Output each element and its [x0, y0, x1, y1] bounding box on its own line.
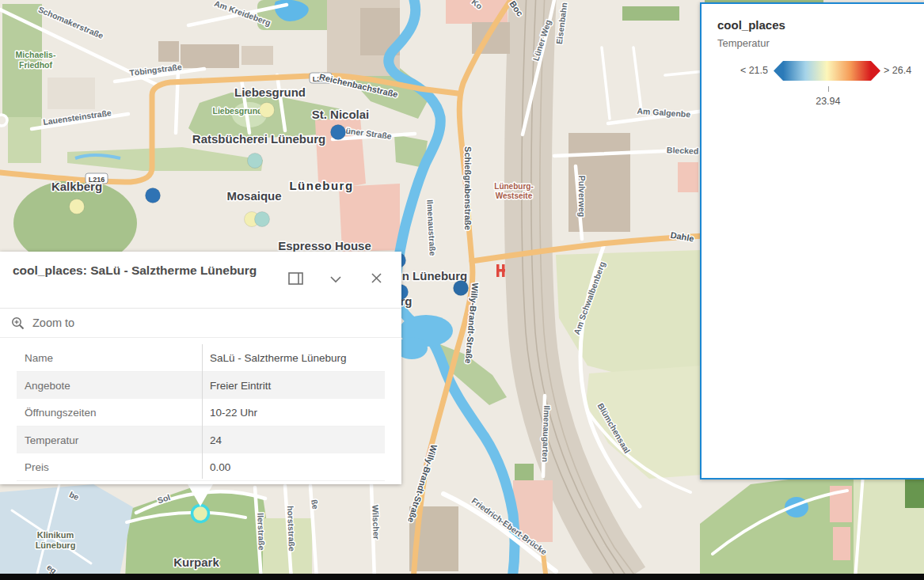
field-row: Preis0.00	[17, 453, 385, 481]
field-value: SaLü - Salztherme Lüneburg	[202, 352, 385, 364]
popup-title: cool_places: SaLü - Salztherme Lüneburg	[13, 262, 274, 279]
map-label: Friedhof	[19, 60, 52, 70]
ramp-max-label: > 26.4	[884, 65, 911, 76]
temperature-point[interactable]	[454, 281, 469, 296]
map-label: Michaelis-	[16, 50, 56, 59]
current-value-tick	[828, 86, 829, 92]
map-label: Pulverweg	[577, 176, 587, 218]
map-label: Espresso House	[278, 239, 371, 252]
map-label: Mosaique	[226, 189, 281, 203]
current-value-label: 23.94	[816, 96, 840, 107]
popup-callout-arrow	[188, 484, 213, 506]
map-label: Lüneburg	[36, 540, 76, 550]
map-label: Kurpark	[173, 555, 219, 569]
dock-icon	[288, 272, 303, 285]
field-label: Name	[17, 352, 202, 364]
map-label: Schießgrabenstraße	[463, 146, 473, 230]
close-popup-button[interactable]	[371, 272, 389, 286]
map-label: Blecked	[667, 145, 699, 155]
temperature-point[interactable]	[146, 188, 161, 203]
map-label: Klinikum	[37, 530, 74, 540]
temperature-point[interactable]	[255, 212, 270, 227]
temperature-point[interactable]	[331, 125, 346, 140]
screen-edge-bar	[0, 574, 924, 580]
field-value: 24	[202, 434, 385, 446]
field-label: Preis	[17, 461, 202, 473]
field-row: AngeboteFreier Eintritt	[17, 372, 385, 399]
feature-popup: cool_places: SaLü - Salztherme Lüneburg	[0, 252, 401, 484]
temperature-color-ramp	[774, 61, 880, 81]
table-column-divider	[202, 344, 203, 479]
collapse-popup-button[interactable]	[330, 272, 348, 286]
map-label: Wilscher	[371, 505, 382, 540]
chevron-down-icon	[330, 275, 341, 283]
selected-temperature-point[interactable]	[192, 506, 209, 522]
dock-popup-button[interactable]	[288, 272, 306, 286]
map-application-screen: L216L216 SchomakerstraßeAm KreidebergMic…	[0, 0, 924, 580]
map-label: n Lüneburg	[402, 269, 468, 282]
field-label: Öffnungszeiten	[17, 407, 202, 419]
temperature-point[interactable]	[70, 199, 85, 214]
field-row: Öffnungszeiten10-22 Uhr	[17, 399, 385, 426]
magnifier-plus-icon	[11, 317, 25, 330]
field-row: NameSaLü - Salztherme Lüneburg	[17, 344, 385, 372]
map-label: Ratsbücherei Lüneburg	[192, 132, 325, 146]
map-label: llerstraße	[256, 513, 267, 551]
field-row: Temperatur24	[17, 426, 385, 453]
map-label: Kalkberg	[51, 180, 102, 193]
map-label: horststraße	[286, 506, 297, 552]
map-label: Liebesgrund	[234, 85, 306, 99]
color-ramp-row: < 21.5 > 26.4	[702, 61, 924, 82]
attribute-table: NameSaLü - Salztherme LüneburgAngeboteFr…	[17, 344, 385, 481]
map-label: Lüneburg	[289, 179, 353, 192]
map-label: Lüneburg-	[494, 182, 533, 191]
field-value: 0.00	[202, 461, 385, 473]
map-label: St. Nicolai	[312, 108, 370, 121]
zoom-to-action[interactable]: Zoom to	[0, 309, 401, 338]
field-value: Freier Eintritt	[202, 380, 385, 392]
selected-feature-highlight[interactable]	[192, 506, 209, 522]
ramp-min-label: < 21.5	[740, 65, 768, 76]
temperature-point[interactable]	[248, 154, 263, 169]
close-icon	[371, 273, 382, 283]
temperature-point[interactable]	[260, 103, 275, 118]
legend-field-name: Temperatur	[717, 37, 770, 49]
field-label: Temperatur	[17, 434, 202, 446]
map-label: ße	[310, 498, 321, 510]
legend-layer-title: cool_places	[717, 18, 785, 32]
map-label: Liebesgrund	[212, 106, 262, 116]
field-value: 10-22 Uhr	[202, 407, 385, 419]
map-label: Westseite	[496, 191, 533, 200]
legend-panel: cool_places Temperatur < 21.5 > 26.4 23.…	[700, 2, 924, 480]
field-label: Angebote	[17, 380, 202, 392]
zoom-to-label: Zoom to	[32, 317, 74, 329]
map-label: Ilmenaugarten	[541, 405, 552, 462]
